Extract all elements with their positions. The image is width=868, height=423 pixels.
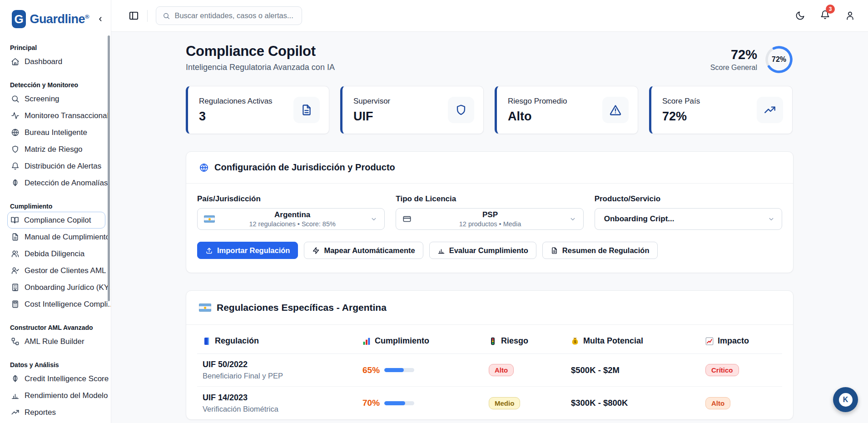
sidebar-item-monitoreo-transaccional[interactable]: Monitoreo Transaccional (10, 107, 106, 124)
impact-badge: Crítico (705, 364, 739, 376)
money-bag-icon (571, 337, 579, 345)
regulations-section-title: Regulaciones Específicas - Argentina (217, 302, 387, 313)
compliance-cell: 65% (362, 365, 489, 375)
moon-icon[interactable] (795, 10, 805, 21)
users-icon (11, 249, 20, 258)
sidebar-item-matriz-de-riesgo[interactable]: Matriz de Riesgo (10, 141, 106, 158)
column-header: Multa Potencial (583, 336, 643, 346)
stat-value: 3 (199, 109, 273, 124)
stat-value: UIF (353, 109, 390, 124)
panel-left-icon[interactable] (129, 10, 139, 21)
assistant-fab-button[interactable]: K (833, 387, 858, 412)
sidebar: G Guardline® Principal Dashboard Detecci… (0, 0, 111, 423)
sidebar-item-distribucion-de-alertas[interactable]: Distribución de Alertas (10, 158, 106, 174)
compliance-percent: 70% (362, 398, 380, 408)
sidebar-item-label: Distribución de Alertas (25, 162, 101, 171)
table-row[interactable]: UIF 50/2022 Beneficiario Final y PEP 65%… (197, 354, 782, 387)
button-label: Mapear Automáticamente (324, 246, 415, 255)
search-input[interactable] (174, 11, 295, 20)
stat-card-regulaciones-activas: Regulaciones Activas 3 (186, 86, 329, 134)
field-label: Tipo de Licencia (396, 194, 583, 204)
upload-icon (205, 247, 213, 254)
sidebar-item-label: Debida Diligencia (25, 249, 84, 259)
main-area: 3 Compliance Copilot Inteligencia Regula… (111, 0, 868, 423)
sidebar-item-label: Reportes (25, 408, 56, 417)
select-detail: 12 regulaciones • Score: 85% (215, 220, 370, 228)
select-value: PSP (412, 210, 568, 219)
compliance-bar (384, 401, 414, 405)
sidebar-collapse-button[interactable] (96, 15, 104, 23)
sidebar-item-onboarding-juridico[interactable]: Onboarding Jurídico (KY... (10, 279, 106, 296)
stat-card-riesgo-promedio: Riesgo Promedio Alto (495, 86, 638, 134)
credit-card-icon (402, 214, 412, 224)
sidebar-item-label: Onboarding Jurídico (KY... (25, 283, 111, 292)
compliance-percent: 65% (362, 365, 380, 375)
trending-up-icon (11, 408, 20, 417)
sidebar-item-rendimiento-del-modelo[interactable]: Rendimiento del Modelo (10, 387, 106, 404)
globe-icon (11, 128, 20, 137)
sidebar-item-debida-diligencia[interactable]: Debida Diligencia (10, 245, 106, 262)
sidebar-item-cost-intelligence[interactable]: Cost Intelligence Compli... (10, 296, 106, 313)
sidebar-item-label: Matriz de Riesgo (25, 145, 83, 154)
stat-value: Alto (508, 109, 567, 124)
global-search[interactable] (156, 6, 302, 25)
score-general: 72% Score General 72% (710, 45, 794, 74)
sidebar-item-manual-de-cumplimiento[interactable]: Manual de Cumplimiento (10, 229, 106, 245)
button-label: Evaluar Cumplimiento (449, 246, 528, 255)
table-row[interactable]: UIF 14/2023 Verificación Biométrica 70% … (197, 387, 782, 419)
field-tipo-de-licencia: Tipo de Licencia PSP 12 productos • Medi… (396, 194, 583, 230)
home-icon (11, 57, 20, 66)
sidebar-item-gestor-de-clientes-aml[interactable]: Gestor de Clientes AML (10, 262, 106, 279)
assistant-fab-label: K (839, 393, 853, 407)
page-subtitle: Inteligencia Regulatoria Avanzada con IA (186, 63, 335, 72)
sidebar-item-dashboard[interactable]: Dashboard (10, 53, 106, 70)
column-header: Riesgo (501, 336, 528, 346)
regulation-name: UIF 14/2023 (203, 393, 362, 403)
file-text-icon (293, 97, 320, 123)
field-producto-servicio: Producto/Servicio Onboarding Cript... (595, 194, 782, 230)
regulations-table: Regulación Cumplimiento Riesgo Multa Pot… (186, 325, 793, 419)
bell-icon (11, 162, 20, 170)
page-content: Compliance Copilot Inteligencia Regulato… (111, 32, 868, 423)
button-label: Importar Regulación (217, 246, 290, 255)
nav-section-label: Constructor AML Avanzado (10, 324, 106, 331)
product-select[interactable]: Onboarding Cript... (595, 208, 782, 230)
sidebar-item-label: Cost Intelligence Compli... (25, 300, 111, 309)
sidebar-item-label: Manual de Cumplimiento (25, 233, 110, 242)
regulation-description: Verificación Biométrica (203, 405, 362, 413)
impact-badge: Alto (705, 397, 730, 409)
score-value: 72% (710, 47, 757, 62)
stat-card-supervisor: Supervisor UIF (340, 86, 484, 134)
sidebar-item-label: Dashboard (25, 57, 62, 66)
file-text-icon (11, 233, 20, 241)
risk-badge: Medio (489, 397, 520, 409)
evaluar-cumplimiento-button[interactable]: Evaluar Cumplimiento (429, 242, 536, 259)
stat-value: 72% (662, 109, 700, 124)
notifications-button[interactable]: 3 (820, 10, 830, 22)
sidebar-item-compliance-copilot[interactable]: Compliance Copilot (7, 212, 105, 229)
nav-section-label: Datos y Análisis (10, 361, 106, 368)
user-icon[interactable] (845, 10, 855, 21)
sidebar-item-deteccion-de-anomalias[interactable]: Detección de Anomalías (10, 174, 106, 191)
stat-label: Regulaciones Activas (199, 97, 273, 106)
sidebar-item-aml-rule-builder[interactable]: AML Rule Builder (10, 333, 106, 350)
sidebar-item-credit-intelligence-score[interactable]: Credit Intelligence Score (10, 370, 106, 387)
country-select[interactable]: Argentina 12 regulaciones • Score: 85% (197, 208, 385, 230)
sidebar-item-reportes[interactable]: Reportes (10, 404, 106, 421)
sidebar-item-label: Gestor de Clientes AML (25, 266, 106, 275)
field-label: Producto/Servicio (595, 194, 782, 204)
user-check-icon (11, 266, 20, 275)
button-label: Resumen de Regulación (562, 246, 650, 255)
config-section-header: Configuración de Jurisdicción y Producto (186, 152, 793, 183)
brand-header: G Guardline® (0, 8, 111, 33)
license-select[interactable]: PSP 12 productos • Media (396, 208, 583, 230)
importar-regulacion-button[interactable]: Importar Regulación (197, 242, 298, 259)
chevron-down-icon (569, 215, 577, 223)
sidebar-scrollbar[interactable] (108, 35, 110, 301)
resumen-de-regulacion-button[interactable]: Resumen de Regulación (542, 242, 658, 259)
mapear-automaticamente-button[interactable]: Mapear Automáticamente (304, 242, 423, 259)
sidebar-item-screening[interactable]: Screening (10, 90, 106, 107)
guardline-logo-icon: G (12, 10, 26, 28)
sidebar-item-bureau-inteligente[interactable]: Bureau Inteligente (10, 124, 106, 141)
column-header: Impacto (718, 336, 749, 346)
